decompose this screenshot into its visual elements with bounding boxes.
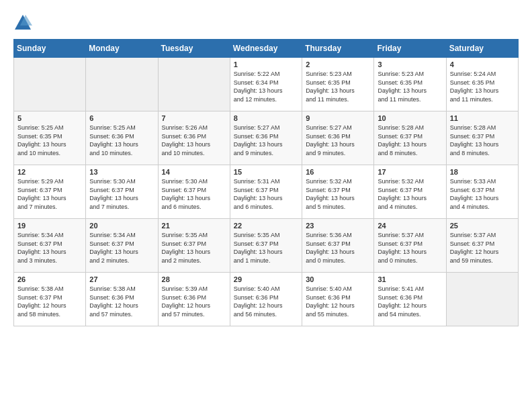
calendar-cell: 14Sunrise: 5:30 AM Sunset: 6:37 PM Dayli… (158, 165, 230, 219)
day-number: 27 (89, 275, 154, 283)
logo-icon (13, 13, 32, 32)
page-header (13, 13, 519, 32)
day-info: Sunrise: 5:25 AM Sunset: 6:35 PM Dayligh… (17, 124, 82, 157)
calendar-week-row: 1Sunrise: 5:22 AM Sunset: 6:34 PM Daylig… (14, 58, 519, 111)
calendar-cell: 3Sunrise: 5:23 AM Sunset: 6:35 PM Daylig… (374, 58, 446, 111)
day-info: Sunrise: 5:25 AM Sunset: 6:36 PM Dayligh… (89, 124, 154, 157)
calendar-cell: 4Sunrise: 5:24 AM Sunset: 6:35 PM Daylig… (446, 58, 518, 111)
day-info: Sunrise: 5:38 AM Sunset: 6:36 PM Dayligh… (89, 285, 154, 318)
day-info: Sunrise: 5:40 AM Sunset: 6:36 PM Dayligh… (234, 285, 298, 318)
day-number: 20 (89, 222, 154, 230)
day-number: 11 (450, 114, 515, 122)
calendar-cell: 2Sunrise: 5:23 AM Sunset: 6:35 PM Daylig… (302, 58, 374, 111)
calendar-cell: 20Sunrise: 5:34 AM Sunset: 6:37 PM Dayli… (86, 219, 158, 273)
day-info: Sunrise: 5:38 AM Sunset: 6:37 PM Dayligh… (17, 285, 82, 318)
day-number: 23 (306, 222, 370, 230)
day-info: Sunrise: 5:36 AM Sunset: 6:37 PM Dayligh… (306, 231, 370, 265)
calendar-cell: 11Sunrise: 5:28 AM Sunset: 6:37 PM Dayli… (446, 111, 518, 165)
day-info: Sunrise: 5:32 AM Sunset: 6:37 PM Dayligh… (306, 177, 370, 211)
weekday-header: Friday (374, 40, 446, 58)
day-number: 28 (162, 275, 226, 283)
day-number: 3 (378, 60, 442, 68)
calendar-cell: 6Sunrise: 5:25 AM Sunset: 6:36 PM Daylig… (86, 111, 158, 165)
day-info: Sunrise: 5:28 AM Sunset: 6:37 PM Dayligh… (450, 124, 515, 157)
calendar-cell (158, 58, 230, 111)
calendar-cell: 25Sunrise: 5:37 AM Sunset: 6:37 PM Dayli… (446, 219, 518, 273)
day-number: 31 (378, 275, 442, 283)
day-info: Sunrise: 5:40 AM Sunset: 6:36 PM Dayligh… (306, 285, 370, 318)
day-info: Sunrise: 5:23 AM Sunset: 6:35 PM Dayligh… (306, 70, 370, 103)
weekday-header: Saturday (446, 40, 518, 58)
day-info: Sunrise: 5:29 AM Sunset: 6:37 PM Dayligh… (17, 177, 82, 211)
calendar-cell: 21Sunrise: 5:35 AM Sunset: 6:37 PM Dayli… (158, 219, 230, 273)
day-info: Sunrise: 5:31 AM Sunset: 6:37 PM Dayligh… (234, 177, 298, 211)
day-info: Sunrise: 5:32 AM Sunset: 6:37 PM Dayligh… (378, 177, 442, 211)
day-number: 7 (162, 114, 226, 122)
day-number: 16 (306, 168, 370, 176)
day-info: Sunrise: 5:30 AM Sunset: 6:37 PM Dayligh… (162, 177, 226, 211)
day-info: Sunrise: 5:33 AM Sunset: 6:37 PM Dayligh… (450, 177, 515, 211)
weekday-header: Thursday (302, 40, 374, 58)
calendar-cell: 8Sunrise: 5:27 AM Sunset: 6:36 PM Daylig… (230, 111, 302, 165)
calendar-cell: 12Sunrise: 5:29 AM Sunset: 6:37 PM Dayli… (14, 165, 86, 219)
day-number: 13 (89, 168, 154, 176)
day-number: 15 (234, 168, 298, 176)
weekday-header: Monday (86, 40, 158, 58)
weekday-header: Wednesday (230, 40, 302, 58)
calendar-cell: 26Sunrise: 5:38 AM Sunset: 6:37 PM Dayli… (14, 273, 86, 326)
day-info: Sunrise: 5:34 AM Sunset: 6:37 PM Dayligh… (17, 231, 82, 265)
calendar-cell: 16Sunrise: 5:32 AM Sunset: 6:37 PM Dayli… (302, 165, 374, 219)
day-number: 1 (234, 60, 298, 68)
day-info: Sunrise: 5:37 AM Sunset: 6:37 PM Dayligh… (450, 231, 515, 265)
day-number: 17 (378, 168, 442, 176)
calendar-cell: 1Sunrise: 5:22 AM Sunset: 6:34 PM Daylig… (230, 58, 302, 111)
day-info: Sunrise: 5:34 AM Sunset: 6:37 PM Dayligh… (89, 231, 154, 265)
day-info: Sunrise: 5:41 AM Sunset: 6:36 PM Dayligh… (378, 285, 442, 318)
day-number: 14 (162, 168, 226, 176)
day-number: 19 (17, 222, 82, 230)
day-number: 29 (234, 275, 298, 283)
calendar-cell: 9Sunrise: 5:27 AM Sunset: 6:36 PM Daylig… (302, 111, 374, 165)
day-number: 21 (162, 222, 226, 230)
calendar-cell: 27Sunrise: 5:38 AM Sunset: 6:36 PM Dayli… (86, 273, 158, 326)
day-info: Sunrise: 5:24 AM Sunset: 6:35 PM Dayligh… (450, 70, 515, 103)
day-number: 30 (306, 275, 370, 283)
day-number: 25 (450, 222, 515, 230)
day-number: 5 (17, 114, 82, 122)
day-info: Sunrise: 5:35 AM Sunset: 6:37 PM Dayligh… (162, 231, 226, 265)
calendar-cell: 10Sunrise: 5:28 AM Sunset: 6:37 PM Dayli… (374, 111, 446, 165)
day-info: Sunrise: 5:39 AM Sunset: 6:36 PM Dayligh… (162, 285, 226, 318)
day-number: 4 (450, 60, 515, 68)
weekday-header: Sunday (14, 40, 86, 58)
calendar-cell: 13Sunrise: 5:30 AM Sunset: 6:37 PM Dayli… (86, 165, 158, 219)
calendar-cell: 23Sunrise: 5:36 AM Sunset: 6:37 PM Dayli… (302, 219, 374, 273)
day-number: 12 (17, 168, 82, 176)
day-info: Sunrise: 5:28 AM Sunset: 6:37 PM Dayligh… (378, 124, 442, 157)
day-info: Sunrise: 5:27 AM Sunset: 6:36 PM Dayligh… (306, 124, 370, 157)
calendar-cell: 28Sunrise: 5:39 AM Sunset: 6:36 PM Dayli… (158, 273, 230, 326)
day-number: 24 (378, 222, 442, 230)
calendar-week-row: 12Sunrise: 5:29 AM Sunset: 6:37 PM Dayli… (14, 165, 519, 219)
calendar-cell: 22Sunrise: 5:35 AM Sunset: 6:37 PM Dayli… (230, 219, 302, 273)
calendar-cell: 15Sunrise: 5:31 AM Sunset: 6:37 PM Dayli… (230, 165, 302, 219)
day-info: Sunrise: 5:35 AM Sunset: 6:37 PM Dayligh… (234, 231, 298, 265)
day-info: Sunrise: 5:37 AM Sunset: 6:37 PM Dayligh… (378, 231, 442, 265)
weekday-header: Tuesday (158, 40, 230, 58)
calendar-cell: 29Sunrise: 5:40 AM Sunset: 6:36 PM Dayli… (230, 273, 302, 326)
calendar-cell: 24Sunrise: 5:37 AM Sunset: 6:37 PM Dayli… (374, 219, 446, 273)
day-number: 22 (234, 222, 298, 230)
calendar-cell: 30Sunrise: 5:40 AM Sunset: 6:36 PM Dayli… (302, 273, 374, 326)
calendar-table: SundayMondayTuesdayWednesdayThursdayFrid… (13, 39, 519, 326)
day-number: 6 (89, 114, 154, 122)
day-number: 9 (306, 114, 370, 122)
calendar-week-row: 19Sunrise: 5:34 AM Sunset: 6:37 PM Dayli… (14, 219, 519, 273)
calendar-cell: 7Sunrise: 5:26 AM Sunset: 6:36 PM Daylig… (158, 111, 230, 165)
calendar-cell: 17Sunrise: 5:32 AM Sunset: 6:37 PM Dayli… (374, 165, 446, 219)
day-info: Sunrise: 5:22 AM Sunset: 6:34 PM Dayligh… (234, 70, 298, 103)
calendar-cell: 19Sunrise: 5:34 AM Sunset: 6:37 PM Dayli… (14, 219, 86, 273)
day-number: 26 (17, 275, 82, 283)
day-number: 10 (378, 114, 442, 122)
calendar-cell: 18Sunrise: 5:33 AM Sunset: 6:37 PM Dayli… (446, 165, 518, 219)
calendar-cell (14, 58, 86, 111)
calendar-week-row: 26Sunrise: 5:38 AM Sunset: 6:37 PM Dayli… (14, 273, 519, 326)
